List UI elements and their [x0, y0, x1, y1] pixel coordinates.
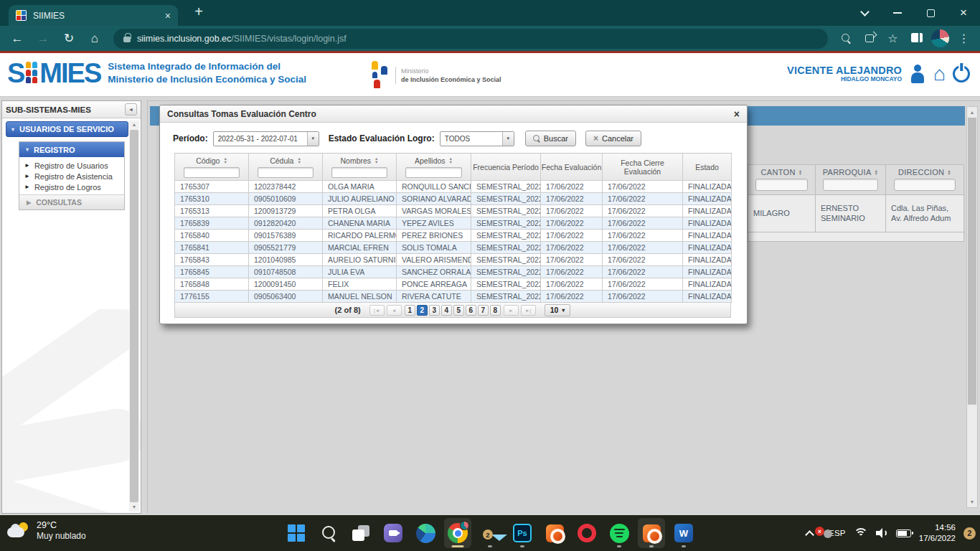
page-scrollbar[interactable]: ▲ ▼	[966, 106, 978, 508]
scroll-down-icon[interactable]: ▼	[129, 503, 139, 512]
first-page-button[interactable]: |◄	[369, 305, 385, 316]
table-row[interactable]: 17653100905010609JULIO AURELIANOSORIANO …	[175, 193, 732, 205]
bookmark-button[interactable]: ☆	[881, 32, 905, 45]
chrome-button[interactable]	[444, 518, 471, 548]
home-button[interactable]: ⌂	[82, 32, 108, 46]
logout-power-icon[interactable]	[953, 65, 970, 83]
office-button[interactable]	[541, 518, 568, 548]
opera-button[interactable]	[573, 518, 600, 548]
column-filter-input[interactable]	[755, 179, 808, 191]
back-button[interactable]: ←	[4, 32, 30, 46]
column-header[interactable]: Código▲▼	[175, 154, 249, 181]
chat-button[interactable]	[380, 518, 407, 548]
minimize-button[interactable]	[881, 0, 914, 26]
close-window-button[interactable]: ×	[947, 0, 980, 26]
sidebar-group-consultas[interactable]: ▶ CONSULTAS	[19, 194, 124, 209]
buscar-button[interactable]: Buscar	[525, 131, 576, 146]
sidebar-section-usuarios[interactable]: ▾ USUARIOS DE SERVICIO	[6, 121, 128, 137]
page-8-button[interactable]: 8	[490, 305, 501, 316]
page-4-button[interactable]: 4	[441, 305, 452, 316]
column-header-canton[interactable]: CANTON▲▼	[748, 164, 816, 195]
periodo-select[interactable]: 2022-05-31 - 2022-07-01 ▾	[213, 131, 319, 146]
mail-button[interactable]: 2	[476, 518, 504, 548]
table-row[interactable]: 17658431201040985AURELIO SATURNINOVALERO…	[175, 254, 732, 266]
page-7-button[interactable]: 7	[478, 305, 489, 316]
scrollbar-thumb[interactable]	[130, 130, 138, 502]
home-page-icon[interactable]: ⌂	[933, 65, 946, 83]
page-6-button[interactable]: 6	[466, 305, 476, 316]
last-page-button[interactable]: ►|	[521, 305, 536, 316]
taskbar-search-button[interactable]	[315, 518, 342, 548]
browser-menu-button[interactable]: ⋮	[952, 32, 976, 45]
column-filter-input[interactable]	[331, 167, 387, 178]
table-row[interactable]: 17653071202378442OLGA MARIARONQUILLO SAN…	[175, 181, 732, 193]
new-tab-button[interactable]: +	[189, 4, 208, 22]
browser-tab[interactable]: SIIMIES ×	[9, 5, 178, 26]
column-header[interactable]: Cédula▲▼	[249, 154, 323, 181]
column-header[interactable]: Apellidos▲▼	[397, 154, 471, 181]
scroll-up-icon[interactable]: ▲	[129, 121, 139, 129]
page-size-select[interactable]: 10 ▾	[545, 304, 571, 316]
forward-button[interactable]: →	[30, 32, 56, 46]
column-filter-input[interactable]	[823, 179, 878, 191]
page-1-button[interactable]: 1	[405, 305, 415, 316]
battery-icon[interactable]	[896, 529, 911, 537]
table-row[interactable]: 17761550905063400MANUEL NELSONRIVERA CAT…	[175, 291, 732, 303]
column-filter-input[interactable]	[405, 167, 461, 178]
table-row[interactable]: 17653131200913729PETRA OLGAVARGAS MORALE…	[175, 205, 732, 217]
table-row[interactable]: 17658481200091450FELIXPONCE ARREAGASEMES…	[175, 278, 732, 291]
estado-select[interactable]: TODOS ▾	[440, 131, 514, 146]
wifi-icon[interactable]	[854, 528, 868, 539]
photoshop-button[interactable]: Ps	[509, 518, 536, 548]
column-filter-input[interactable]	[894, 179, 956, 191]
word-button[interactable]: W	[670, 518, 697, 548]
page-5-button[interactable]: 5	[453, 305, 464, 316]
next-page-button[interactable]: ►	[504, 305, 519, 316]
dialog-title-bar[interactable]: Consultas Tomas Evaluación Centro ×	[160, 105, 747, 123]
scroll-down-icon[interactable]: ▼	[967, 497, 977, 507]
reload-button[interactable]: ↻	[56, 31, 82, 46]
scroll-up-icon[interactable]: ▲	[967, 108, 977, 117]
tab-search-button[interactable]	[848, 0, 881, 26]
clock[interactable]: 14:56 17/6/2022	[919, 522, 956, 544]
tray-expand-icon[interactable]	[805, 530, 814, 540]
table-row[interactable]: 17658400901576389RICARDO PALERMOPEREZ BR…	[175, 230, 732, 242]
sidebar-item-registro-logros[interactable]: ►Registro de Logros	[19, 182, 124, 192]
column-header[interactable]: Nombres▲▼	[323, 154, 397, 181]
sidebar-scrollbar[interactable]: ▲ ▼	[129, 121, 139, 512]
edge-button[interactable]	[412, 518, 439, 548]
maximize-button[interactable]	[914, 0, 947, 26]
scrollbar-thumb[interactable]	[968, 118, 976, 405]
weather-widget[interactable]: 29°C Muy nublado	[7, 519, 86, 542]
task-view-button[interactable]	[347, 518, 374, 548]
column-filter-input[interactable]	[184, 167, 240, 178]
column-filter-input[interactable]	[258, 167, 314, 178]
tab-close-icon[interactable]: ×	[165, 11, 171, 21]
start-button[interactable]	[283, 518, 310, 548]
page-2-button[interactable]: 2	[417, 305, 428, 316]
office2-button[interactable]	[638, 518, 665, 548]
profile-button[interactable]	[928, 29, 952, 47]
background-table-row[interactable]: MILAGRO ERNESTO SEMINARIO Cdla. Las Piña…	[748, 195, 964, 232]
zoom-out-button[interactable]	[834, 32, 857, 44]
notification-count-badge[interactable]: 2	[963, 527, 976, 540]
caret-down-icon[interactable]: ▾	[502, 132, 514, 146]
side-panel-button[interactable]	[905, 32, 928, 44]
column-header-direccion[interactable]: DIRECCION▲▼	[886, 164, 964, 195]
dialog-close-icon[interactable]: ×	[734, 109, 740, 119]
url-bar[interactable]: siimies.inclusion.gob.ec/SIIMIES/vistas/…	[113, 29, 828, 49]
spotify-button[interactable]	[606, 518, 633, 548]
table-row[interactable]: 17658390912820420CHANENA MARIAYEPEZ AVIL…	[175, 217, 732, 230]
cancelar-button[interactable]: × Cancelar	[585, 131, 641, 146]
table-row[interactable]: 17658410905521779MARCIAL EFRENSOLIS TOMA…	[175, 242, 732, 254]
user-profile-icon[interactable]	[909, 65, 926, 83]
column-header-parroquia[interactable]: PARROQUIA▲▼	[816, 164, 886, 195]
sidebar-collapse-button[interactable]: ◄	[125, 103, 137, 116]
sidebar-group-registro[interactable]: ▾ REGISTRO	[19, 142, 124, 157]
sidebar-item-registro-usuarios[interactable]: ►Registro de Usuarios	[19, 160, 124, 171]
caret-down-icon[interactable]: ▾	[307, 132, 319, 146]
page-3-button[interactable]: 3	[429, 305, 440, 316]
table-row[interactable]: 17658450910748508JULIA EVASANCHEZ ORRALA…	[175, 266, 732, 278]
share-button[interactable]	[857, 32, 881, 44]
sidebar-item-registro-asistencia[interactable]: ►Registro de Asistencia	[19, 171, 124, 182]
